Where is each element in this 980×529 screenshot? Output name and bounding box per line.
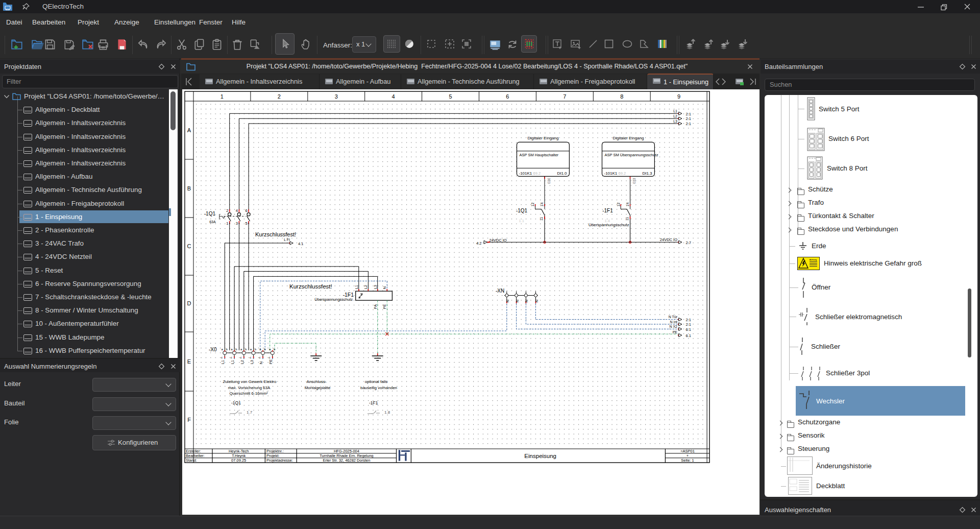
svg-text:Überspannungsschutz: Überspannungsschutz	[314, 297, 353, 302]
svg-text:1.8: 1.8	[384, 410, 390, 415]
svg-text:2.1: 2.1	[686, 116, 691, 121]
svg-text:Seite: 1: Seite: 1	[681, 458, 694, 463]
svg-text:69.2: 69.2	[533, 171, 541, 176]
svg-text:2.1: 2.1	[686, 318, 691, 322]
svg-text:11: 11	[625, 217, 629, 221]
svg-text:Digitaler Eingang: Digitaler Eingang	[528, 136, 559, 140]
svg-text:Kurzschlussfest!: Kurzschlussfest!	[289, 283, 332, 290]
svg-text:L2: L2	[364, 285, 368, 289]
svg-text:5: 5	[449, 93, 452, 100]
svg-text:ASP SM Hauptschalter: ASP SM Hauptschalter	[520, 153, 559, 157]
svg-text:N Tür: N Tür	[669, 315, 678, 319]
svg-text:N: N	[535, 300, 538, 302]
svg-text:6: 6	[246, 208, 248, 213]
svg-text:Heynk-Tech: Heynk-Tech	[229, 449, 249, 453]
svg-text:Ersteller:: Ersteller:	[186, 449, 201, 453]
svg-text:N: N	[259, 362, 263, 364]
svg-text:14: 14	[540, 203, 544, 207]
svg-text:PA: PA	[374, 304, 377, 309]
svg-text:L1: L1	[221, 360, 225, 364]
svg-text:07.09.25: 07.09.25	[231, 458, 246, 463]
svg-text:2.7: 2.7	[686, 241, 691, 245]
svg-text:2: 2	[226, 208, 228, 213]
svg-text:Querschnitt 6-16mm²: Querschnitt 6-16mm²	[229, 391, 267, 396]
svg-text:-XN: -XN	[496, 288, 504, 294]
svg-text:c: c	[259, 356, 261, 359]
svg-text:L3: L3	[374, 285, 377, 289]
svg-text:2.1: 2.1	[686, 122, 691, 126]
svg-text:=ASP01: =ASP01	[680, 449, 695, 453]
svg-text:-X0: -X0	[209, 347, 217, 352]
svg-text:A: A	[187, 127, 191, 133]
svg-text:4: 4	[392, 93, 395, 100]
svg-text:ASP SM Überspannungsschutz: ASP SM Überspannungsschutz	[605, 153, 658, 157]
svg-text:L3: L3	[250, 360, 254, 364]
svg-text:5: 5	[246, 221, 248, 226]
svg-text:N X2: N X2	[669, 325, 677, 328]
svg-text:2.1: 2.1	[686, 112, 691, 116]
svg-text:-1Q1: -1Q1	[204, 211, 216, 217]
svg-text:6.1: 6.1	[686, 333, 691, 338]
svg-text:3: 3	[335, 93, 338, 100]
svg-text:6: 6	[506, 93, 509, 100]
svg-text:N: N	[525, 300, 528, 302]
svg-text:c: c	[240, 356, 241, 359]
svg-text:1.1: 1.1	[519, 219, 524, 223]
svg-text:Projekt:: Projekt:	[266, 453, 279, 458]
svg-text:1: 1	[220, 93, 224, 100]
svg-text:24VDC IO: 24VDC IO	[660, 237, 677, 242]
svg-text:12: 12	[617, 203, 620, 207]
svg-text:L1: L1	[231, 360, 234, 364]
svg-text:N: N	[516, 300, 519, 302]
svg-text:DI1.0: DI1.0	[557, 171, 567, 176]
svg-text:Digitaler Eingang: Digitaler Eingang	[613, 136, 644, 140]
svg-text:033: 033	[632, 178, 636, 184]
svg-text:63A: 63A	[209, 220, 216, 224]
svg-text:B: B	[187, 185, 191, 191]
svg-text:max. Vorsicherung 63A: max. Vorsicherung 63A	[228, 386, 271, 390]
svg-text:bauseitig vorhanden: bauseitig vorhanden	[360, 386, 397, 390]
svg-text:c: c	[250, 356, 251, 359]
svg-text:Montageplatte: Montageplatte	[305, 386, 331, 390]
svg-text:PE: PE	[673, 330, 678, 334]
svg-text:PE: PE	[383, 304, 386, 309]
svg-text:-101K1: -101K1	[604, 171, 618, 176]
svg-text:-1Q1: -1Q1	[516, 208, 528, 213]
svg-text:-1F1: -1F1	[602, 208, 613, 213]
svg-text:L1: L1	[355, 285, 358, 289]
svg-text:Projektnr.:: Projektnr.:	[266, 449, 284, 453]
svg-text:Stand:: Stand:	[186, 458, 197, 463]
svg-text:Überspannungsschutz: Überspannungsschutz	[589, 223, 629, 227]
svg-text:7: 7	[563, 93, 566, 100]
svg-text:PE: PE	[269, 359, 273, 364]
svg-text:L1: L1	[673, 109, 677, 113]
svg-text:Bearbeiter:: Bearbeiter:	[186, 453, 205, 458]
svg-text:Turnhalle Rhade Ern. Regelung: Turnhalle Rhade Ern. Regelung	[320, 453, 373, 458]
svg-text:c: c	[221, 356, 223, 359]
svg-text:Zuleitung von Gewerk Elektro: Zuleitung von Gewerk Elektro	[223, 379, 277, 384]
svg-text:4.1: 4.1	[298, 242, 303, 246]
svg-text:8: 8	[620, 93, 623, 100]
svg-text:+: +	[687, 453, 689, 458]
svg-text:1.7: 1.7	[247, 410, 253, 415]
svg-text:optional falls: optional falls	[365, 379, 387, 384]
svg-text:F: F	[187, 417, 191, 423]
svg-text:c: c	[231, 356, 232, 359]
svg-text:C: C	[187, 243, 191, 249]
svg-text:Achtung: Achtung	[810, 259, 817, 261]
svg-text:2.1: 2.1	[686, 322, 691, 327]
svg-text:69.2: 69.2	[619, 171, 626, 176]
svg-text:2: 2	[278, 93, 281, 100]
svg-text:L2: L2	[673, 114, 677, 118]
svg-text:1: 1	[226, 221, 228, 226]
svg-text:-101K1: -101K1	[519, 171, 532, 176]
svg-text:T.Heynk: T.Heynk	[232, 453, 246, 458]
svg-text:Erler Str. 32, 46282 Dorsten: Erler Str. 32, 46282 Dorsten	[323, 458, 370, 463]
svg-text:030: 030	[547, 178, 551, 184]
svg-text:Kurzschlussfest!: Kurzschlussfest!	[255, 231, 296, 237]
svg-text:Projektadresse:: Projektadresse:	[266, 458, 293, 463]
svg-text:3: 3	[236, 221, 238, 226]
svg-text:N: N	[383, 286, 386, 289]
svg-text:6.1: 6.1	[686, 327, 691, 332]
svg-text:9: 9	[677, 93, 680, 100]
